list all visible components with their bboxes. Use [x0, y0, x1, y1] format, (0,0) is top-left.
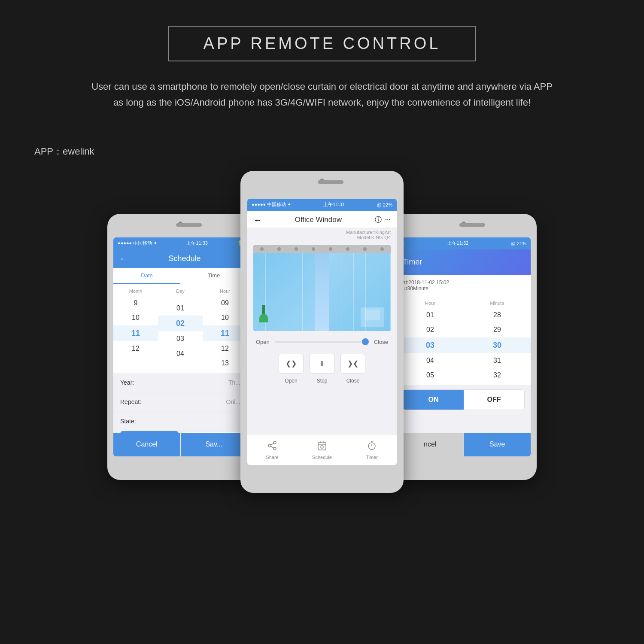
timer-min-29: 29 [464, 322, 531, 337]
timer-on-off: ON OFF [403, 389, 525, 410]
info-icon[interactable]: ⓘ [375, 216, 382, 225]
timer-hour-02: 02 [397, 322, 464, 337]
hook-2 [277, 247, 281, 251]
month-val-12: 12 [113, 341, 158, 356]
month-column: Month 9 10 11 12 [113, 286, 158, 371]
timer-minute-label: Minute [464, 298, 531, 308]
save-button-left[interactable]: Sav... [181, 433, 248, 456]
date-picker: Month 9 10 11 12 Day 01 02 03 04 Hour [113, 284, 247, 373]
curtain-center [315, 253, 329, 331]
timer-hour-label: Hour [397, 298, 464, 308]
hook-8 [380, 247, 384, 251]
share-label: Share [266, 455, 278, 460]
cancel-button-left[interactable]: Cancel [113, 433, 180, 456]
timer-hour-03[interactable]: 03 [397, 337, 464, 353]
timer-title: Timer [403, 258, 422, 267]
cancel-button-right[interactable]: ncel [397, 433, 464, 456]
svg-rect-5 [318, 442, 326, 450]
slider-track[interactable] [275, 341, 369, 343]
month-val-10: 10 [113, 310, 158, 325]
more-icon[interactable]: ··· [385, 216, 391, 225]
month-val-empty [113, 356, 158, 361]
timer-hour-04: 04 [397, 353, 464, 368]
hook-7 [363, 247, 367, 251]
day-column: Day 01 02 03 04 [158, 286, 203, 371]
bottom-buttons-right: ncel Save [397, 433, 531, 456]
open-button-center[interactable]: ❮❯ [279, 354, 304, 374]
carrier-center: ●●●●● 中国移动 ✦ [252, 201, 291, 208]
save-button-right[interactable]: Save [464, 433, 531, 456]
timer-on-button[interactable]: ON [403, 390, 464, 410]
time-center: 上午11:31 [323, 201, 345, 208]
phone-right-speaker [459, 223, 485, 227]
stop-button-center[interactable]: ⏸ [310, 354, 334, 374]
nav-schedule[interactable]: Schedule [297, 440, 347, 460]
state-label: State: [120, 418, 136, 425]
phone-left-speaker [176, 223, 202, 227]
phone-right-status-bar: ✦ 上午11:32 @ 21% [397, 237, 531, 249]
svg-line-13 [372, 441, 373, 442]
day-label: Day [158, 286, 203, 296]
timer-hour-column: Hour 01 02 03 04 05 [397, 298, 464, 383]
timer-min-31: 31 [464, 353, 531, 368]
tab-time[interactable]: Time [180, 268, 247, 284]
tab-date[interactable]: Date [113, 268, 180, 284]
model-text: Model:KING-Q4 [253, 235, 391, 240]
timer-hour-05: 05 [397, 368, 464, 383]
svg-line-4 [271, 443, 274, 445]
back-arrow-left[interactable]: ← [119, 254, 128, 264]
carrier-left: ●●●●● 中国移动 ✦ [118, 240, 157, 246]
repeat-label: Repeat: [120, 398, 141, 405]
office-header: ← Office Window ⓘ ··· [247, 211, 397, 228]
phone-left-status-bar: ●●●●● 中国移动 ✦ 上午11:33 🔋 [113, 237, 247, 249]
timer-min-30[interactable]: 30 [464, 337, 531, 353]
close-button-center[interactable]: ❯❮ [340, 354, 365, 374]
slider-container: Open Close [247, 334, 397, 349]
timer-picker: Hour 01 02 03 04 05 Minute 28 29 30 31 3… [397, 296, 531, 385]
phones-container: ●●●●● 中国移动 ✦ 上午11:33 🔋 ← Schedule Date T… [0, 171, 644, 493]
timer-header: Timer [397, 249, 531, 275]
phone-right: ✦ 上午11:32 @ 21% Timer at:2018-11-02 15:0… [391, 214, 537, 480]
page-title: APP REMOTE CONTROL [204, 34, 441, 53]
hook-1 [260, 247, 264, 251]
slider-thumb[interactable] [362, 338, 369, 345]
svg-point-0 [273, 441, 276, 444]
battery-center: @ 22% [377, 202, 392, 207]
slider-fill [275, 341, 350, 343]
nav-share[interactable]: Share [247, 440, 297, 460]
close-label: Close [340, 378, 365, 384]
back-arrow-center[interactable]: ← [253, 215, 262, 225]
timer-min-28: 28 [464, 308, 531, 322]
phone-right-screen: ✦ 上午11:32 @ 21% Timer at:2018-11-02 15:0… [397, 237, 531, 456]
day-val-03: 03 [158, 331, 203, 346]
timer-off-button[interactable]: OFF [464, 390, 524, 410]
open-label: Open [279, 378, 304, 384]
curtain-rod [253, 245, 391, 253]
phone-left: ●●●●● 中国移动 ✦ 上午11:33 🔋 ← Schedule Date T… [107, 214, 253, 480]
month-label: Month [113, 286, 158, 296]
svg-line-3 [271, 446, 274, 448]
hook-6 [346, 247, 349, 251]
date-time-tabs: Date Time [113, 268, 247, 284]
control-buttons: ❮❯ ⏸ ❯❮ [247, 349, 397, 378]
year-field: Year: Th... [113, 373, 247, 392]
month-val-11[interactable]: 11 [113, 325, 158, 341]
nav-timer[interactable]: Timer [347, 440, 397, 460]
timer-info: at:2018-11-02 15:02 ur30Minute [397, 275, 531, 296]
svg-point-9 [321, 446, 323, 448]
share-icon [267, 440, 277, 453]
hook-5 [329, 247, 332, 251]
timer-min-32: 32 [464, 368, 531, 383]
hook-4 [312, 247, 315, 251]
curtain-illustration [253, 245, 391, 331]
timer-minute-column: Minute 28 29 30 31 32 [464, 298, 531, 383]
time-right: 上午11:32 [447, 240, 469, 246]
day-val-02[interactable]: 02 [158, 316, 203, 331]
slider-open-label: Open [256, 339, 271, 345]
phone-center-status-bar: ●●●●● 中国移动 ✦ 上午11:31 @ 22% [247, 199, 397, 211]
year-label: Year: [120, 379, 134, 386]
schedule-label: Schedule [312, 455, 332, 460]
bottom-nav-center: Share Schedule [247, 435, 397, 465]
ctrl-btn-labels: Open Stop Close [247, 378, 397, 387]
office-icons: ⓘ ··· [375, 216, 391, 225]
